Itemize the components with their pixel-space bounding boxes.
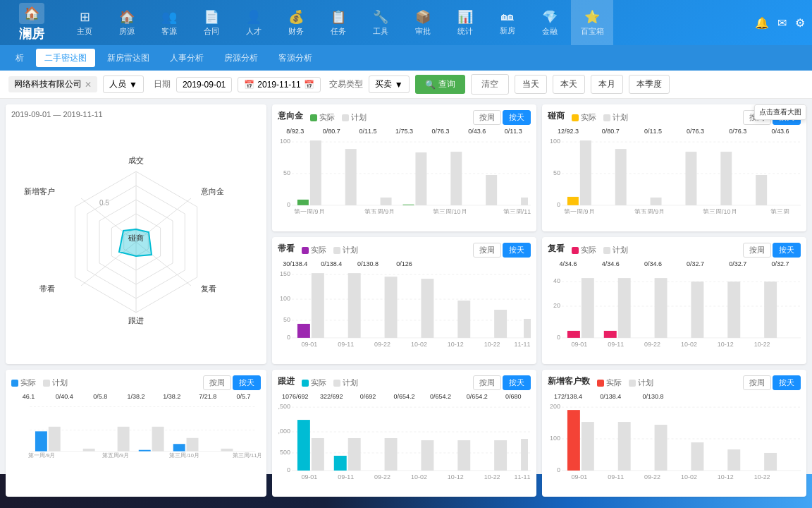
month-button[interactable]: 本月 bbox=[591, 75, 623, 94]
sub-nav-item-house_analysis[interactable]: 房源分析 bbox=[216, 49, 266, 67]
ps-legend-plan: 计划 bbox=[603, 112, 628, 123]
xinkehu-day-btn[interactable]: 按天 bbox=[773, 375, 801, 390]
nav-item-batch[interactable]: 📦审批 bbox=[402, 0, 444, 45]
bl-svg: 第一周/9月 第五周/9月 第三周/10月 第三周/11月 bbox=[11, 401, 261, 458]
v3: 0/11.5 bbox=[350, 128, 386, 135]
fukan-title: 复看 bbox=[548, 243, 565, 255]
nav-item-customer[interactable]: 👥客源 bbox=[148, 0, 190, 45]
nav-item-newhouse[interactable]: 🏘新房 bbox=[486, 0, 529, 45]
genjin-week-btn[interactable]: 按周 bbox=[473, 375, 501, 390]
svg-text:100: 100 bbox=[550, 138, 560, 145]
nav-item-gold[interactable]: 💎金融 bbox=[529, 0, 571, 45]
svg-rect-36 bbox=[567, 197, 579, 205]
genjin-day-btn[interactable]: 按天 bbox=[503, 375, 531, 390]
fk-plan-label: 计划 bbox=[613, 245, 628, 255]
dankuan-day-btn[interactable]: 按天 bbox=[503, 243, 531, 258]
svg-rect-45 bbox=[720, 152, 732, 205]
bl-legend: 实际 计划 bbox=[11, 377, 68, 388]
nav-item-house[interactable]: 🏠房源 bbox=[106, 0, 148, 45]
nav-item-contract[interactable]: 📄合同 bbox=[190, 0, 233, 45]
settings-icon[interactable]: ⚙ bbox=[795, 16, 805, 30]
week-button[interactable]: 本天 bbox=[553, 75, 585, 94]
sub-nav-item-newhouse[interactable]: 新房雷达图 bbox=[99, 49, 158, 67]
svg-rect-73 bbox=[524, 319, 531, 338]
search-icon: 🔍 bbox=[425, 80, 436, 90]
quarter-button[interactable]: 本季度 bbox=[629, 75, 670, 94]
svg-rect-96 bbox=[727, 282, 740, 338]
svg-rect-114 bbox=[139, 450, 151, 452]
logo-icon: 🏠 bbox=[19, 3, 44, 24]
nav-item-home[interactable]: ⊞主页 bbox=[63, 0, 106, 45]
clear-button[interactable]: 清空 bbox=[471, 74, 509, 95]
yixiangjin-title: 意向金 bbox=[278, 110, 303, 122]
company-close-icon[interactable]: ✕ bbox=[85, 80, 92, 90]
sub-nav-item-secondhand[interactable]: 二手密达图 bbox=[36, 49, 95, 67]
nav-item-baobao[interactable]: ⭐百宝箱 bbox=[571, 0, 613, 45]
dankuan-week-btn[interactable]: 按周 bbox=[473, 243, 501, 258]
svg-text:跟进: 跟进 bbox=[128, 316, 144, 325]
task-icon: 📋 bbox=[331, 9, 346, 25]
svg-rect-116 bbox=[173, 444, 185, 451]
bar-plan-1 bbox=[310, 140, 321, 205]
bottom-left-header: 实际 计划 按周 按天 bbox=[11, 375, 261, 390]
fukan-week-btn[interactable]: 按周 bbox=[743, 243, 771, 258]
stats-icon: 📊 bbox=[457, 9, 473, 25]
person-select[interactable]: 人员 ▼ bbox=[103, 75, 144, 93]
bl-week-btn[interactable]: 按周 bbox=[203, 375, 231, 390]
sub-nav-item-other[interactable]: 析 bbox=[7, 49, 32, 67]
today-button[interactable]: 当天 bbox=[515, 75, 547, 94]
bl-day-btn[interactable]: 按天 bbox=[233, 375, 261, 390]
nav-item-staff[interactable]: 👤人才 bbox=[233, 0, 275, 45]
svg-text:碰商: 碰商 bbox=[128, 234, 144, 242]
nav-item-stats[interactable]: 📊统计 bbox=[444, 0, 486, 45]
fukan-chart-card: 复看 实际 计划 按周 按天 4/34.6 4/34.6 bbox=[542, 237, 806, 364]
query-button[interactable]: 🔍 查询 bbox=[415, 75, 465, 94]
svg-text:10-12: 10-12 bbox=[448, 341, 464, 346]
company-tag[interactable]: 网络科技有限公司 ✕ bbox=[8, 76, 97, 92]
svg-text:第一周/9月: 第一周/9月 bbox=[294, 208, 324, 214]
customer-icon: 👥 bbox=[161, 9, 177, 25]
logo-text: 澜房 bbox=[19, 25, 44, 42]
yixiangjin-day-btn[interactable]: 按天 bbox=[503, 110, 531, 125]
xinkehu-legend: 实际 计划 bbox=[597, 377, 653, 388]
svg-rect-60 bbox=[297, 324, 310, 338]
sub-nav-item-customer_analysis[interactable]: 客源分析 bbox=[270, 49, 321, 67]
svg-text:500: 500 bbox=[280, 449, 290, 456]
svg-text:意向金: 意向金 bbox=[200, 187, 224, 195]
company-label: 网络科技有限公司 bbox=[14, 78, 82, 90]
yixiangjin-legend: 实际 计划 bbox=[310, 112, 367, 123]
yixiangjin-week-btn[interactable]: 按周 bbox=[473, 110, 501, 125]
nav-item-task[interactable]: 📋任务 bbox=[317, 0, 359, 45]
radar-svg: 0.5 成交 意向金 新增客户 跟进 带看 复看 碰商 bbox=[20, 140, 252, 337]
finance-label: 财务 bbox=[288, 26, 304, 37]
svg-rect-141 bbox=[457, 440, 470, 471]
bl-plan-label: 计划 bbox=[52, 377, 68, 388]
home-label: 主页 bbox=[77, 26, 92, 37]
nav-item-finance[interactable]: 💰财务 bbox=[275, 0, 317, 45]
xinkehu-week-btn[interactable]: 按周 bbox=[743, 375, 771, 390]
svg-text:0.5: 0.5 bbox=[99, 199, 109, 207]
svg-text:100: 100 bbox=[280, 138, 290, 145]
svg-text:0: 0 bbox=[287, 201, 290, 208]
date-start-input[interactable]: 2019-09-01 bbox=[176, 77, 232, 92]
message-icon[interactable]: ✉ bbox=[777, 16, 787, 30]
gj-plan-dot bbox=[333, 380, 340, 387]
v1: 8/92.3 bbox=[278, 128, 313, 135]
actual-label: 实际 bbox=[319, 112, 335, 123]
fukan-legend: 实际 计划 bbox=[572, 245, 628, 255]
notification-icon[interactable]: 🔔 bbox=[755, 16, 769, 30]
logo[interactable]: 🏠 澜房 bbox=[7, 3, 56, 42]
sub-nav-item-hr[interactable]: 人事分析 bbox=[161, 49, 212, 67]
svg-text:成交: 成交 bbox=[128, 156, 144, 164]
dk-plan-dot bbox=[333, 247, 340, 254]
svg-rect-65 bbox=[385, 277, 398, 338]
svg-rect-61 bbox=[312, 273, 324, 338]
svg-rect-139 bbox=[421, 440, 433, 471]
svg-rect-168 bbox=[727, 449, 740, 471]
nav-item-tools[interactable]: 🔧工具 bbox=[359, 0, 402, 45]
xinkehu-btn-group: 按周 按天 bbox=[743, 375, 801, 390]
fukan-day-btn[interactable]: 按天 bbox=[773, 243, 801, 258]
date-end-input[interactable]: 📅 2019-11-11 📅 bbox=[238, 77, 320, 92]
svg-text:10-02: 10-02 bbox=[411, 473, 427, 479]
trade-type-select[interactable]: 买卖 ▼ bbox=[369, 75, 410, 93]
